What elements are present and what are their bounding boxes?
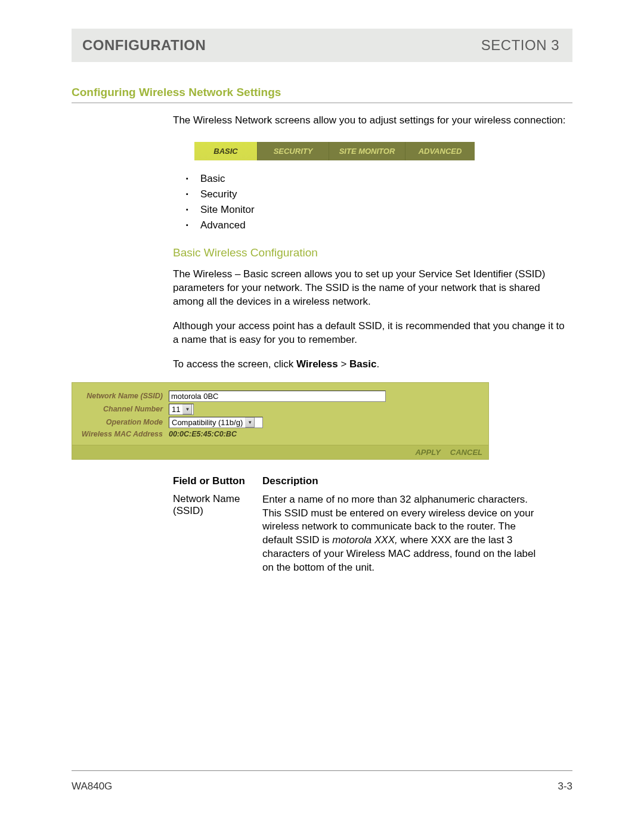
intro-paragraph: The Wireless Network screens allow you t… bbox=[173, 114, 572, 128]
channel-label: Channel Number bbox=[79, 405, 169, 413]
para-access: To access the screen, click Wireless > B… bbox=[173, 358, 572, 371]
mac-value: 00:0C:E5:45:C0:BC bbox=[169, 430, 237, 438]
bullet-basic: Basic bbox=[186, 171, 572, 187]
mode-label: Operation Mode bbox=[79, 418, 169, 426]
bullet-site-monitor: Site Monitor bbox=[186, 202, 572, 218]
cancel-button[interactable]: CANCEL bbox=[450, 448, 482, 457]
tab-security[interactable]: SECURITY bbox=[258, 142, 329, 160]
field-description-table: Field or Button Description Network Name… bbox=[173, 475, 572, 575]
section-body: The Wireless Network screens allow you t… bbox=[173, 114, 572, 371]
tab-bullet-list: Basic Security Site Monitor Advanced bbox=[186, 171, 572, 233]
para-ssid-desc: The Wireless – Basic screen allows you t… bbox=[173, 268, 572, 309]
apply-button[interactable]: APPLY bbox=[415, 448, 440, 457]
mac-label: Wireless MAC Address bbox=[79, 430, 169, 438]
tab-basic[interactable]: BASIC bbox=[194, 142, 258, 160]
row-field-name: Network Name (SSID) bbox=[173, 493, 262, 575]
col-header-desc: Description bbox=[262, 475, 543, 487]
chevron-down-icon: ▼ bbox=[245, 417, 255, 428]
channel-select[interactable]: 11 ▼ bbox=[169, 404, 194, 415]
page-header: CONFIGURATION SECTION 3 bbox=[72, 29, 572, 62]
row-field-desc: Enter a name of no more than 32 alphanum… bbox=[262, 493, 549, 575]
bullet-security: Security bbox=[186, 187, 572, 202]
footer-page-number: 3-3 bbox=[558, 781, 572, 792]
col-header-field: Field or Button bbox=[173, 475, 262, 487]
page-footer: WA840G 3-3 bbox=[72, 770, 572, 792]
mode-select[interactable]: Compatibility (11b/g) ▼ bbox=[169, 417, 263, 428]
bullet-advanced: Advanced bbox=[186, 218, 572, 233]
ssid-label: Network Name (SSID) bbox=[79, 392, 169, 400]
footer-model: WA840G bbox=[72, 781, 112, 792]
tab-advanced[interactable]: ADVANCED bbox=[405, 142, 475, 160]
header-title: CONFIGURATION bbox=[82, 37, 206, 54]
tab-bar-screenshot: BASIC SECURITY SITE MONITOR ADVANCED bbox=[194, 142, 475, 160]
section-title: Configuring Wireless Network Settings bbox=[72, 86, 572, 103]
tab-site-monitor[interactable]: SITE MONITOR bbox=[329, 142, 405, 160]
page-content: Configuring Wireless Network Settings Th… bbox=[72, 86, 572, 575]
chevron-down-icon: ▼ bbox=[182, 404, 192, 414]
subheading: Basic Wireless Configuration bbox=[173, 246, 572, 259]
para-default-ssid: Although your access point has a default… bbox=[173, 320, 572, 347]
basic-wireless-form: Network Name (SSID) Channel Number 11 ▼ … bbox=[72, 382, 489, 460]
header-section: SECTION 3 bbox=[481, 37, 559, 54]
ssid-input[interactable] bbox=[169, 391, 386, 402]
